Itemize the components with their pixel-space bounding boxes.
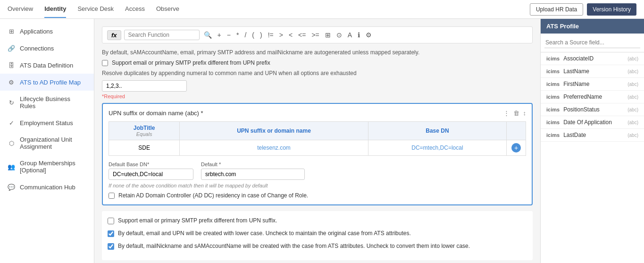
top-nav: Overview Identity Service Desk Access Ob… bbox=[0, 0, 644, 19]
nav-observe[interactable]: Observe bbox=[156, 0, 179, 18]
ats-profile-panel: ATS Profile icims AssociateID (abc) icim… bbox=[540, 19, 644, 263]
default-base-dn-group: Default Base DN* DC=utech,DC=local bbox=[109, 161, 193, 180]
sidebar-item-applications[interactable]: ⊞ Applications bbox=[0, 23, 94, 40]
delete-icon[interactable]: 🗑 bbox=[513, 110, 519, 117]
ats-list-item[interactable]: icims FirstName (abc) bbox=[541, 78, 644, 91]
upload-hr-data-button[interactable]: Upload HR Data bbox=[530, 3, 583, 16]
ats-list-item[interactable]: icims LastName (abc) bbox=[541, 65, 644, 78]
ats-type-label: (abc) bbox=[627, 120, 638, 125]
sidebar: ⊞ Applications 🔗 Connections 🗄 ATS Data … bbox=[0, 19, 94, 263]
retain-ad-checkbox[interactable] bbox=[109, 193, 115, 199]
grid-fn-icon[interactable]: ⊞ bbox=[324, 31, 332, 39]
group-icon: 👥 bbox=[8, 163, 15, 170]
fx-button[interactable]: fx bbox=[107, 30, 121, 40]
main-layout: ⊞ Applications 🔗 Connections 🗄 ATS Data … bbox=[0, 19, 644, 263]
sidebar-label-comm-hub: Communication Hub bbox=[20, 184, 75, 191]
database-icon: 🗄 bbox=[8, 61, 15, 69]
ats-list-item[interactable]: icims LastDate (abc) bbox=[541, 129, 644, 142]
ats-field-label: FirstName bbox=[563, 81, 624, 87]
ats-list-item[interactable]: icims AssociateID (abc) bbox=[541, 52, 644, 65]
mailnickname-row: By default, mailNickname and sAMAccountN… bbox=[108, 242, 527, 250]
row-base-dn[interactable]: DC=mtech,DC=local bbox=[368, 140, 506, 156]
retain-checkbox-row: Retain AD Domain Controller (AD DC) resi… bbox=[109, 192, 526, 199]
search-function-input[interactable] bbox=[124, 30, 200, 40]
table-row: SDE telesenz.com DC=mtech,DC=local + bbox=[109, 140, 526, 156]
text-icon[interactable]: A bbox=[346, 31, 353, 39]
ats-type-label: (abc) bbox=[627, 133, 638, 138]
lowercase-label: By default, email and UPN will be create… bbox=[118, 229, 411, 238]
table-header-base-dn: Base DN bbox=[368, 122, 506, 140]
ats-source-label: icims bbox=[546, 56, 560, 61]
duplicate-strategy-row: 1,2,3.. bbox=[102, 80, 533, 92]
sidebar-item-group-memberships[interactable]: 👥 Group Memberships [Optional] bbox=[0, 155, 94, 178]
close-paren-icon[interactable]: ) bbox=[259, 31, 264, 39]
sort-icon[interactable]: ↕ bbox=[523, 110, 527, 117]
ats-items-list: icims AssociateID (abc) icims LastName (… bbox=[541, 52, 644, 142]
minus-icon[interactable]: − bbox=[226, 31, 232, 39]
info-icon[interactable]: ℹ bbox=[356, 31, 361, 39]
ats-source-label: icims bbox=[546, 132, 560, 138]
nav-overview[interactable]: Overview bbox=[8, 0, 33, 18]
sidebar-label-ats-data: ATS Data Definition bbox=[20, 62, 73, 69]
ats-list-item[interactable]: icims PositionStatus (abc) bbox=[541, 103, 644, 116]
asterisk-icon[interactable]: * bbox=[235, 31, 240, 39]
formula-toolbar: fx 🔍 + − * / ( ) != > < <= >= ⊞ ⊙ A ℹ ⚙ bbox=[102, 26, 533, 43]
open-paren-icon[interactable]: ( bbox=[251, 31, 256, 39]
support-smtp-checkbox[interactable] bbox=[108, 218, 114, 224]
search-icon[interactable]: 🔍 bbox=[202, 31, 213, 39]
clock-icon[interactable]: ⊙ bbox=[335, 31, 343, 39]
gear-fn-icon[interactable]: ⚙ bbox=[364, 31, 373, 39]
autogenerated-info: By default, sAMAccountName, email, prima… bbox=[102, 49, 533, 56]
sidebar-item-communication-hub[interactable]: 💬 Communication Hub bbox=[0, 178, 94, 195]
nav-identity[interactable]: Identity bbox=[44, 0, 66, 18]
ats-field-label: PreferredName bbox=[563, 93, 624, 100]
smtp-prefix-checkbox[interactable] bbox=[102, 60, 108, 66]
grid-icon: ⊞ bbox=[8, 27, 15, 35]
sidebar-item-connections[interactable]: 🔗 Connections bbox=[0, 40, 94, 57]
condition-text: If none of the above condition match the… bbox=[109, 183, 526, 188]
ats-source-label: icims bbox=[546, 68, 560, 74]
chat-icon: 💬 bbox=[8, 183, 15, 191]
ats-type-label: (abc) bbox=[627, 94, 638, 100]
duplicate-strategy-select[interactable]: 1,2,3.. bbox=[102, 80, 187, 92]
card-header-icons: ⋮ 🗑 ↕ bbox=[503, 110, 527, 117]
greater-icon[interactable]: > bbox=[278, 31, 284, 39]
lte-icon[interactable]: <= bbox=[297, 31, 307, 39]
sidebar-label-applications: Applications bbox=[20, 28, 53, 35]
sidebar-label-connections: Connections bbox=[20, 45, 54, 52]
plus-icon[interactable]: + bbox=[216, 31, 223, 39]
retain-label: Retain AD Domain Controller (AD DC) resi… bbox=[118, 192, 308, 199]
sidebar-item-org-unit[interactable]: ⬡ Organizational Unit Assignment bbox=[0, 131, 94, 155]
ats-list-item[interactable]: icims PreferredName (abc) bbox=[541, 91, 644, 103]
nav-access[interactable]: Access bbox=[125, 0, 145, 18]
nav-service-desk[interactable]: Service Desk bbox=[77, 0, 114, 18]
sidebar-item-employment-status[interactable]: ✓ Employment Status bbox=[0, 114, 94, 131]
slash-icon[interactable]: / bbox=[243, 31, 248, 39]
sidebar-item-ats-ad-map[interactable]: ⚙ ATS to AD Profile Map bbox=[0, 74, 94, 91]
resolve-duplicates-text: Resolve duplicates by appending numeral … bbox=[102, 70, 533, 76]
less-icon[interactable]: < bbox=[287, 31, 294, 39]
lowercase-row: By default, email and UPN will be create… bbox=[108, 229, 527, 238]
add-row-button[interactable]: + bbox=[511, 143, 521, 153]
base-dn-row: Default Base DN* DC=utech,DC=local Defau… bbox=[109, 161, 526, 180]
lowercase-checkbox[interactable] bbox=[108, 230, 114, 237]
nav-actions: Upload HR Data Version History bbox=[530, 3, 636, 16]
row-upn[interactable]: telesenz.com bbox=[180, 140, 368, 156]
sidebar-label-employment: Employment Status bbox=[20, 119, 73, 127]
check-circle-icon: ✓ bbox=[8, 119, 15, 127]
mailnickname-checkbox[interactable] bbox=[108, 243, 114, 250]
not-equal-icon[interactable]: != bbox=[267, 31, 275, 39]
sidebar-item-ats-data[interactable]: 🗄 ATS Data Definition bbox=[0, 57, 94, 74]
more-options-icon[interactable]: ⋮ bbox=[503, 110, 510, 117]
smtp-prefix-label: Support email or primary SMTP prefix dif… bbox=[112, 59, 270, 66]
default-base-dn-select[interactable]: DC=utech,DC=local bbox=[109, 169, 193, 180]
gte-icon[interactable]: >= bbox=[310, 31, 320, 39]
sidebar-item-lifecycle[interactable]: ↻ Lifecycle Business Rules bbox=[0, 91, 94, 114]
smtp-prefix-checkbox-row: Support email or primary SMTP prefix dif… bbox=[102, 59, 533, 66]
ats-list-item[interactable]: icims Date Of Application (abc) bbox=[541, 116, 644, 129]
ats-type-label: (abc) bbox=[627, 107, 638, 112]
version-history-button[interactable]: Version History bbox=[587, 3, 636, 16]
ats-search-input[interactable] bbox=[544, 37, 640, 48]
default-value-input[interactable] bbox=[201, 169, 305, 180]
support-smtp-row: Support email or primary SMTP prefix dif… bbox=[108, 217, 527, 225]
